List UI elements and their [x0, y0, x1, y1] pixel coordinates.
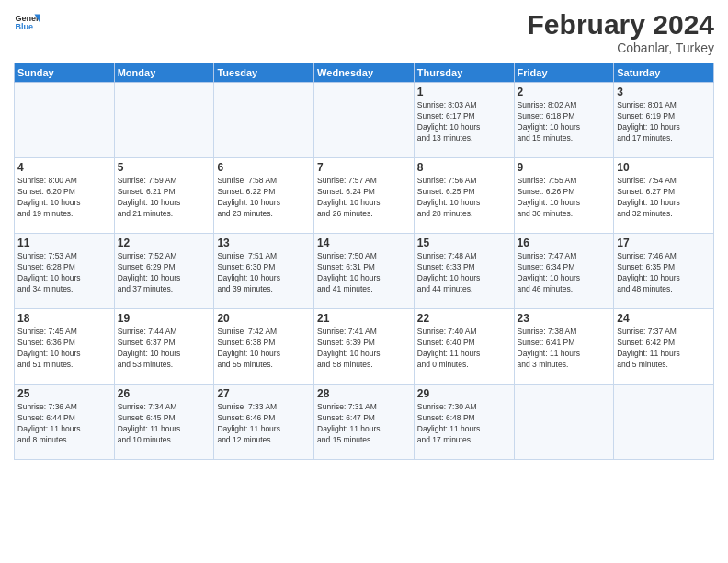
day-info: Sunrise: 7:38 AM Sunset: 6:41 PM Dayligh… — [518, 327, 611, 371]
calendar-week-row: 18Sunrise: 7:45 AM Sunset: 6:36 PM Dayli… — [15, 309, 714, 385]
calendar-week-row: 11Sunrise: 7:53 AM Sunset: 6:28 PM Dayli… — [15, 234, 714, 309]
day-info: Sunrise: 7:54 AM Sunset: 6:27 PM Dayligh… — [617, 176, 711, 220]
table-row: 10Sunrise: 7:54 AM Sunset: 6:27 PM Dayli… — [614, 158, 714, 234]
table-row — [314, 83, 415, 158]
logo-icon: General Blue — [14, 9, 40, 35]
day-number: 22 — [417, 312, 511, 325]
header-thursday: Thursday — [414, 63, 514, 83]
day-number: 13 — [217, 236, 311, 249]
table-row: 7Sunrise: 7:57 AM Sunset: 6:24 PM Daylig… — [314, 158, 415, 234]
day-number: 25 — [17, 387, 111, 400]
table-row: 2Sunrise: 8:02 AM Sunset: 6:18 PM Daylig… — [514, 83, 614, 158]
table-row — [114, 83, 214, 158]
table-row: 5Sunrise: 7:59 AM Sunset: 6:21 PM Daylig… — [114, 158, 214, 234]
day-number: 1 — [417, 86, 511, 98]
day-info: Sunrise: 8:00 AM Sunset: 6:20 PM Dayligh… — [17, 176, 111, 220]
day-number: 3 — [617, 86, 711, 98]
table-row: 29Sunrise: 7:30 AM Sunset: 6:48 PM Dayli… — [414, 385, 514, 460]
table-row: 6Sunrise: 7:58 AM Sunset: 6:22 PM Daylig… — [214, 158, 314, 234]
day-info: Sunrise: 7:58 AM Sunset: 6:22 PM Dayligh… — [217, 176, 311, 220]
day-number: 8 — [417, 161, 511, 174]
day-number: 2 — [518, 86, 611, 98]
day-number: 11 — [17, 236, 111, 249]
day-number: 9 — [518, 161, 611, 174]
day-info: Sunrise: 7:33 AM Sunset: 6:46 PM Dayligh… — [217, 402, 311, 446]
table-row: 11Sunrise: 7:53 AM Sunset: 6:28 PM Dayli… — [15, 234, 115, 309]
day-number: 27 — [217, 387, 311, 400]
day-info: Sunrise: 7:41 AM Sunset: 6:39 PM Dayligh… — [317, 327, 411, 371]
day-number: 5 — [118, 161, 211, 174]
day-info: Sunrise: 7:42 AM Sunset: 6:38 PM Dayligh… — [217, 327, 311, 371]
table-row: 3Sunrise: 8:01 AM Sunset: 6:19 PM Daylig… — [614, 83, 714, 158]
day-info: Sunrise: 8:02 AM Sunset: 6:18 PM Dayligh… — [518, 100, 611, 144]
calendar-week-row: 1Sunrise: 8:03 AM Sunset: 6:17 PM Daylig… — [15, 83, 714, 158]
day-info: Sunrise: 7:40 AM Sunset: 6:40 PM Dayligh… — [417, 327, 511, 371]
day-info: Sunrise: 7:53 AM Sunset: 6:28 PM Dayligh… — [17, 251, 111, 295]
day-info: Sunrise: 7:44 AM Sunset: 6:37 PM Dayligh… — [118, 327, 211, 371]
day-number: 12 — [118, 236, 211, 249]
day-info: Sunrise: 7:51 AM Sunset: 6:30 PM Dayligh… — [217, 251, 311, 295]
day-number: 26 — [118, 387, 211, 400]
table-row: 13Sunrise: 7:51 AM Sunset: 6:30 PM Dayli… — [214, 234, 314, 309]
table-row — [514, 385, 614, 460]
table-row: 25Sunrise: 7:36 AM Sunset: 6:44 PM Dayli… — [15, 385, 115, 460]
table-row: 21Sunrise: 7:41 AM Sunset: 6:39 PM Dayli… — [314, 309, 415, 385]
day-info: Sunrise: 7:59 AM Sunset: 6:21 PM Dayligh… — [118, 176, 211, 220]
day-number: 15 — [417, 236, 511, 249]
day-info: Sunrise: 7:34 AM Sunset: 6:45 PM Dayligh… — [118, 402, 211, 446]
day-number: 20 — [217, 312, 311, 325]
day-number: 16 — [518, 236, 611, 249]
table-row: 8Sunrise: 7:56 AM Sunset: 6:25 PM Daylig… — [414, 158, 514, 234]
day-info: Sunrise: 8:03 AM Sunset: 6:17 PM Dayligh… — [417, 100, 511, 144]
table-row — [614, 385, 714, 460]
header-monday: Monday — [114, 63, 214, 83]
calendar-week-row: 4Sunrise: 8:00 AM Sunset: 6:20 PM Daylig… — [15, 158, 714, 234]
day-info: Sunrise: 7:55 AM Sunset: 6:26 PM Dayligh… — [518, 176, 611, 220]
day-info: Sunrise: 7:56 AM Sunset: 6:25 PM Dayligh… — [417, 176, 511, 220]
day-info: Sunrise: 7:36 AM Sunset: 6:44 PM Dayligh… — [17, 402, 111, 446]
header-wednesday: Wednesday — [314, 63, 415, 83]
day-number: 6 — [217, 161, 311, 174]
table-row: 28Sunrise: 7:31 AM Sunset: 6:47 PM Dayli… — [314, 385, 415, 460]
location-subtitle: Cobanlar, Turkey — [528, 40, 714, 55]
table-row: 18Sunrise: 7:45 AM Sunset: 6:36 PM Dayli… — [15, 309, 115, 385]
day-number: 14 — [317, 236, 411, 249]
table-row: 20Sunrise: 7:42 AM Sunset: 6:38 PM Dayli… — [214, 309, 314, 385]
month-title: February 2024 — [528, 9, 714, 40]
table-row — [15, 83, 115, 158]
header-saturday: Saturday — [614, 63, 714, 83]
day-info: Sunrise: 7:30 AM Sunset: 6:48 PM Dayligh… — [417, 402, 511, 446]
day-info: Sunrise: 8:01 AM Sunset: 6:19 PM Dayligh… — [617, 100, 711, 144]
day-number: 28 — [317, 387, 411, 400]
day-info: Sunrise: 7:57 AM Sunset: 6:24 PM Dayligh… — [317, 176, 411, 220]
table-row: 9Sunrise: 7:55 AM Sunset: 6:26 PM Daylig… — [514, 158, 614, 234]
day-info: Sunrise: 7:37 AM Sunset: 6:42 PM Dayligh… — [617, 327, 711, 371]
table-row: 22Sunrise: 7:40 AM Sunset: 6:40 PM Dayli… — [414, 309, 514, 385]
table-row: 24Sunrise: 7:37 AM Sunset: 6:42 PM Dayli… — [614, 309, 714, 385]
day-info: Sunrise: 7:48 AM Sunset: 6:33 PM Dayligh… — [417, 251, 511, 295]
table-row: 16Sunrise: 7:47 AM Sunset: 6:34 PM Dayli… — [514, 234, 614, 309]
day-number: 23 — [518, 312, 611, 325]
day-number: 10 — [617, 161, 711, 174]
day-number: 19 — [118, 312, 211, 325]
table-row: 23Sunrise: 7:38 AM Sunset: 6:41 PM Dayli… — [514, 309, 614, 385]
day-info: Sunrise: 7:50 AM Sunset: 6:31 PM Dayligh… — [317, 251, 411, 295]
day-info: Sunrise: 7:52 AM Sunset: 6:29 PM Dayligh… — [118, 251, 211, 295]
table-row: 14Sunrise: 7:50 AM Sunset: 6:31 PM Dayli… — [314, 234, 415, 309]
table-row: 26Sunrise: 7:34 AM Sunset: 6:45 PM Dayli… — [114, 385, 214, 460]
table-row: 1Sunrise: 8:03 AM Sunset: 6:17 PM Daylig… — [414, 83, 514, 158]
header-friday: Friday — [514, 63, 614, 83]
day-info: Sunrise: 7:31 AM Sunset: 6:47 PM Dayligh… — [317, 402, 411, 446]
header-sunday: Sunday — [15, 63, 115, 83]
table-row: 15Sunrise: 7:48 AM Sunset: 6:33 PM Dayli… — [414, 234, 514, 309]
table-row: 19Sunrise: 7:44 AM Sunset: 6:37 PM Dayli… — [114, 309, 214, 385]
table-row: 4Sunrise: 8:00 AM Sunset: 6:20 PM Daylig… — [15, 158, 115, 234]
logo: General Blue — [14, 9, 40, 35]
day-info: Sunrise: 7:46 AM Sunset: 6:35 PM Dayligh… — [617, 251, 711, 295]
header-tuesday: Tuesday — [214, 63, 314, 83]
table-row: 12Sunrise: 7:52 AM Sunset: 6:29 PM Dayli… — [114, 234, 214, 309]
title-section: February 2024 Cobanlar, Turkey — [528, 9, 714, 55]
table-row: 27Sunrise: 7:33 AM Sunset: 6:46 PM Dayli… — [214, 385, 314, 460]
day-info: Sunrise: 7:47 AM Sunset: 6:34 PM Dayligh… — [518, 251, 611, 295]
day-number: 18 — [17, 312, 111, 325]
